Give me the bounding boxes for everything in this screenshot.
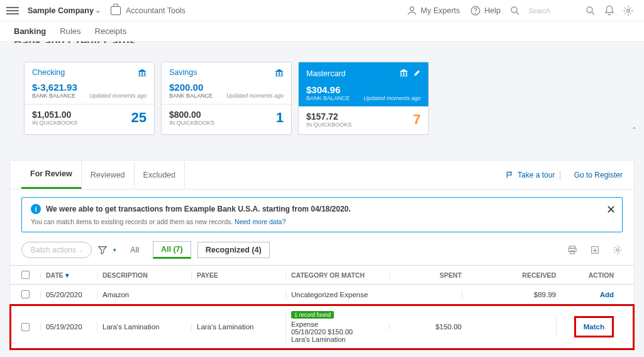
pencil-icon[interactable] [413,69,421,77]
briefcase-icon [111,6,121,15]
row-checkbox[interactable] [21,290,30,298]
account-card-savings[interactable]: Savings $200.00 BANK BALANCEUpdated mome… [161,62,292,135]
nav-rules[interactable]: Rules [60,26,80,36]
match-button[interactable]: Match [584,323,604,331]
chip-all-7[interactable]: All (7) [153,241,191,259]
select-all-checkbox[interactable] [21,271,30,279]
take-tour-link[interactable]: Take a tour [506,171,555,179]
table-row[interactable]: 05/20/2020 Amazon Uncategorized Expense … [10,285,634,305]
svg-point-4 [587,7,592,13]
col-date[interactable]: DATE ▾ [40,271,97,279]
filter-icon[interactable] [98,246,107,254]
help-link[interactable]: Help [470,5,501,16]
flag-icon [506,171,514,179]
info-icon: i [31,204,41,214]
search-input[interactable]: Search [525,7,581,14]
gear-icon[interactable] [623,5,634,16]
menu-icon[interactable] [6,4,19,17]
info-banner: iWe were able to get transactions from E… [21,197,623,232]
search-icon[interactable] [509,5,521,16]
account-card-checking[interactable]: Checking $-3,621.93 BANK BALANCEUpdated … [24,62,155,135]
settings-icon[interactable] [613,245,623,255]
go-to-register-link[interactable]: Go to Register [574,171,623,179]
need-more-data-link[interactable]: Need more data? [235,218,286,225]
svg-point-10 [616,249,619,251]
table-header: DATE ▾ DESCRIPTION PAYEE CATEGORY OR MAT… [10,265,634,285]
bell-icon[interactable] [604,5,615,16]
page-title: Bank and Credit Cards [14,42,136,43]
svg-rect-8 [570,251,575,254]
collapse-icon[interactable]: ⌃ [628,123,640,136]
batch-actions-button[interactable]: Batch actions⌵ [21,242,92,258]
search-icon-2[interactable] [585,5,596,16]
my-experts-link[interactable]: My Experts [406,5,460,16]
person-icon [406,5,418,16]
svg-point-0 [410,7,414,11]
nav-banking[interactable]: Banking [14,26,46,36]
print-icon[interactable] [567,245,577,255]
svg-rect-7 [569,248,576,251]
tab-for-review[interactable]: For Review [21,161,82,189]
close-icon[interactable]: ✕ [606,203,616,217]
svg-point-2 [475,13,476,13]
record-found-badge: 1 record found [291,311,334,319]
company-selector[interactable]: Sample Company⌵ [28,6,99,15]
account-card-mastercard[interactable]: Mastercard $304.96 BANK BALANCEUpdated m… [298,62,429,135]
row-checkbox[interactable] [21,323,30,331]
svg-point-3 [511,7,517,13]
tab-excluded[interactable]: Excluded [135,162,185,188]
bank-icon [138,68,147,77]
help-icon [470,5,481,16]
nav-receipts[interactable]: Receipts [95,26,127,36]
accountant-tools-link[interactable]: Accountant Tools [126,6,186,15]
export-icon[interactable] [590,245,600,255]
tab-reviewed[interactable]: Reviewed [82,162,135,188]
add-button[interactable]: Add [600,291,614,298]
table-row[interactable]: 05/19/2020 Lara's Lamination Lara's Lami… [10,305,634,349]
chip-recognized[interactable]: Recognized (4) [197,242,270,258]
bank-icon [399,68,408,77]
svg-point-5 [627,9,630,12]
chip-all[interactable]: All [123,242,147,258]
bank-icon [275,68,284,77]
